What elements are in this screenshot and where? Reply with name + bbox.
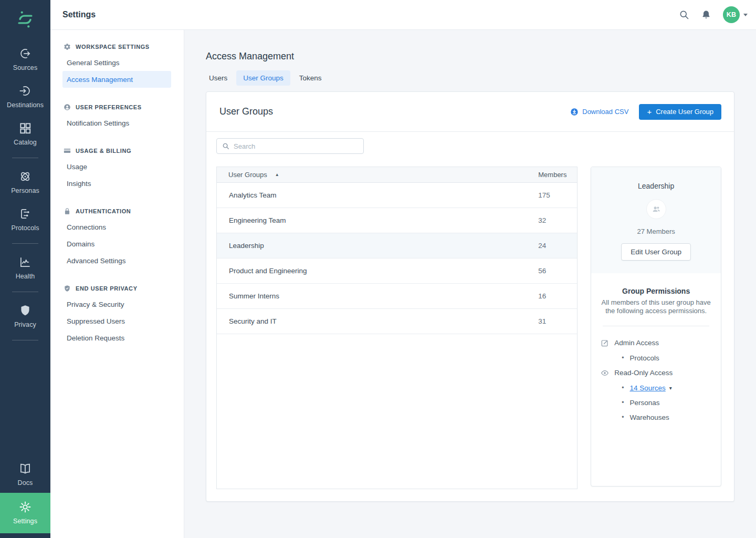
table-row[interactable]: Analytics Team 175 [217, 183, 577, 208]
section-title: WORKSPACE SETTINGS [76, 44, 150, 50]
list-item: • Warehouses [622, 413, 711, 421]
eye-icon [601, 369, 609, 377]
notifications-bell-icon[interactable] [701, 9, 711, 20]
group-name: Leadership [229, 242, 538, 250]
protocols-icon [18, 207, 32, 221]
nav-item-domains[interactable]: Domains [50, 235, 184, 252]
group-summary: Leadership 27 Members Edit User Group [591, 167, 721, 273]
group-avatar [646, 199, 666, 219]
create-user-group-button[interactable]: + Create User Group [639, 104, 721, 120]
bullet-icon: • [622, 384, 624, 391]
group-members-count: 24 [538, 242, 569, 250]
group-title: Leadership [600, 182, 712, 190]
sidebar-item-protocols[interactable]: Protocols [0, 201, 50, 238]
sidebar-item-health[interactable]: Health [0, 249, 50, 286]
access-item-label: Protocols [629, 354, 659, 362]
download-csv-link[interactable]: Download CSV [570, 108, 628, 116]
table-row[interactable]: Security and IT 31 [217, 309, 577, 334]
sort-ascending-icon[interactable]: ▲ [275, 172, 279, 177]
nav-item-access-management[interactable]: Access Management [62, 71, 171, 88]
sidebar-divider [12, 243, 38, 244]
card-title: User Groups [219, 106, 273, 117]
section-header: END USER PRIVACY [50, 280, 184, 296]
sidebar-item-personas[interactable]: Personas [0, 163, 50, 201]
admin-access-label: Admin Access [614, 339, 659, 347]
plus-icon: + [647, 108, 652, 116]
nav-item-notification-settings[interactable]: Notification Settings [50, 115, 184, 131]
read-only-access-row: Read-Only Access [601, 369, 711, 377]
sidebar-divider [12, 340, 38, 340]
group-detail-panel: Leadership 27 Members Edit User Group Gr… [591, 167, 721, 487]
search-icon[interactable] [679, 9, 689, 20]
group-members-count: 56 [538, 267, 569, 275]
nav-item-insights[interactable]: Insights [50, 175, 184, 192]
health-icon [18, 255, 32, 269]
sidebar-item-docs[interactable]: Docs [0, 456, 50, 493]
table-row[interactable]: Engineering Team 32 [217, 208, 577, 233]
edit-pencil-icon [601, 339, 609, 347]
tab-tokens[interactable]: Tokens [292, 70, 329, 86]
bullet-icon: • [622, 413, 624, 421]
column-header-user-groups[interactable]: User Groups ▲ [228, 171, 538, 179]
tab-bar: Users User Groups Tokens [202, 70, 734, 86]
sidebar-item-sources[interactable]: Sources [0, 40, 50, 78]
nav-item-usage[interactable]: Usage [50, 158, 184, 175]
admin-access-row: Admin Access [601, 339, 711, 347]
group-members-count: 31 [538, 317, 569, 325]
sidebar-item-label: Personas [11, 187, 39, 194]
nav-item-privacy-security[interactable]: Privacy & Security [50, 296, 184, 313]
card-header: User Groups Download CSV + Create User G… [206, 92, 734, 132]
group-name: Engineering Team [229, 216, 538, 224]
users-icon [652, 204, 661, 214]
lock-icon [64, 208, 71, 215]
sidebar-item-label: Settings [13, 518, 37, 525]
table-header-row: User Groups ▲ Members [217, 167, 577, 183]
caret-down-icon[interactable]: ▾ [669, 385, 672, 391]
nav-item-connections[interactable]: Connections [50, 219, 184, 235]
bullet-icon: • [622, 354, 624, 361]
sidebar-item-destinations[interactable]: Destinations [0, 78, 50, 115]
group-name: Product and Engineering [229, 267, 538, 275]
segment-logo[interactable] [0, 0, 50, 40]
section-title: AUTHENTICATION [76, 208, 131, 214]
tab-user-groups[interactable]: User Groups [236, 70, 290, 86]
segment-logo-icon [15, 9, 36, 30]
sidebar-item-settings[interactable]: Settings [0, 493, 50, 533]
sidebar-item-label: Sources [13, 64, 38, 71]
primary-sidebar: Sources Destinations Catalog Personas Pr… [0, 0, 50, 538]
table-row[interactable]: Summer Interns 16 [217, 284, 577, 309]
sidebar-divider [12, 158, 38, 158]
table-row-selected[interactable]: Leadership 24 [217, 233, 577, 258]
search-input[interactable] [234, 142, 358, 150]
permissions-title: Group Permissions [601, 287, 711, 295]
nav-section-end-user-privacy: END USER PRIVACY Privacy & Security Supp… [50, 280, 184, 346]
sources-expand-link[interactable]: 14 Sources [629, 384, 665, 392]
list-item: • 14 Sources ▾ [622, 384, 711, 392]
sidebar-item-label: Protocols [11, 224, 39, 232]
nav-item-deletion-requests[interactable]: Deletion Requests [50, 329, 184, 346]
sidebar-item-privacy[interactable]: Privacy [0, 297, 50, 335]
page-title: Access Management [206, 51, 734, 62]
nav-item-advanced-settings[interactable]: Advanced Settings [50, 252, 184, 269]
search-field[interactable] [216, 138, 364, 154]
table-row[interactable]: Product and Engineering 56 [217, 258, 577, 284]
user-menu[interactable]: KB [723, 6, 748, 23]
main-content: Access Management Users User Groups Toke… [184, 30, 756, 538]
sidebar-item-label: Catalog [14, 139, 37, 146]
nav-item-general-settings[interactable]: General Settings [50, 54, 184, 71]
section-header: USER PREFERENCES [50, 99, 184, 115]
list-item: • Protocols [622, 354, 711, 362]
top-bar: Settings KB [50, 0, 756, 30]
settings-sidebar: WORKSPACE SETTINGS General Settings Acce… [50, 30, 184, 538]
divider [603, 326, 709, 326]
sidebar-item-catalog[interactable]: Catalog [0, 115, 50, 152]
access-item-label: Warehouses [629, 413, 669, 421]
nav-section-usage-billing: USAGE & BILLING Usage Insights [50, 142, 184, 192]
column-header-members: Members [538, 171, 569, 179]
admin-access-list: • Protocols [622, 354, 711, 362]
group-name: Summer Interns [229, 292, 538, 300]
edit-user-group-button[interactable]: Edit User Group [621, 243, 691, 261]
tab-users[interactable]: Users [202, 70, 234, 86]
avatar[interactable]: KB [723, 6, 740, 23]
nav-item-suppressed-users[interactable]: Suppressed Users [50, 313, 184, 329]
